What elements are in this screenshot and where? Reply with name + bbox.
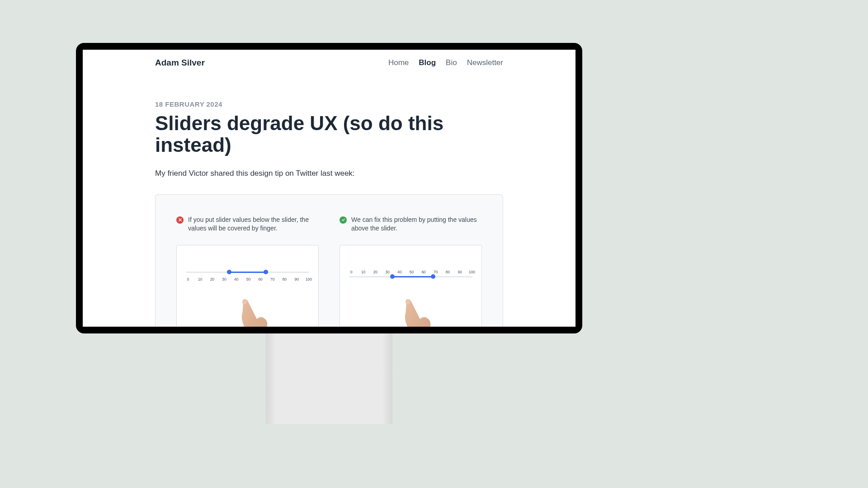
slider-active-range [229, 272, 266, 273]
nav-bio[interactable]: Bio [446, 58, 457, 67]
tick-label: 100 [469, 270, 475, 274]
article-date: 18 FEBRUARY 2024 [155, 100, 503, 108]
example-good-text: We can fix this problem by putting the v… [351, 216, 482, 233]
slider-thumb-start [227, 270, 231, 274]
tick-label: 0 [348, 270, 354, 274]
tick-label: 40 [233, 277, 240, 282]
tick-label: 70 [433, 270, 439, 274]
tick-label: 60 [257, 277, 264, 282]
tick-label: 80 [445, 270, 451, 274]
slider-rail [186, 272, 309, 273]
example-bad-column: If you put slider values below the slide… [176, 216, 319, 327]
tick-label: 50 [245, 277, 251, 282]
tick-label: 90 [293, 277, 300, 282]
tick-label: 90 [457, 270, 463, 274]
slider-active-range [392, 276, 433, 277]
tick-label: 0 [185, 277, 191, 282]
example-card: If you put slider values below the slide… [155, 194, 503, 327]
tick-label: 100 [306, 277, 312, 282]
slider-track: 0 10 20 30 40 50 60 70 80 90 100 [186, 272, 309, 273]
slider-example-good: 0 10 20 30 40 50 60 70 80 90 100 [340, 245, 482, 327]
svg-point-1 [406, 300, 410, 304]
article-intro: My friend Victor shared this design tip … [155, 169, 503, 178]
nav-newsletter[interactable]: Newsletter [467, 58, 503, 67]
site-header: Adam Silver Home Blog Bio Newsletter [155, 58, 503, 68]
finger-icon [236, 299, 270, 327]
article-title: Sliders degrade UX (so do this instead) [155, 113, 444, 156]
tick-label: 50 [408, 270, 415, 274]
example-good-header: We can fix this problem by putting the v… [340, 216, 482, 233]
nav-home[interactable]: Home [388, 58, 409, 67]
tick-label: 30 [221, 277, 227, 282]
example-bad-header: If you put slider values below the slide… [176, 216, 319, 233]
tick-label: 30 [384, 270, 391, 274]
tick-label: 20 [372, 270, 378, 274]
nav-blog[interactable]: Blog [419, 58, 436, 67]
tick-label: 70 [269, 277, 276, 282]
tick-label: 40 [396, 270, 403, 274]
slider-thumb-end [431, 274, 435, 279]
finger-icon [400, 299, 434, 327]
slider-tick-labels: 0 10 20 30 40 50 60 70 80 90 100 [349, 270, 472, 274]
slider-rail [349, 276, 472, 277]
monitor-screen: Adam Silver Home Blog Bio Newsletter 18 … [83, 50, 576, 327]
tick-label: 10 [360, 270, 367, 274]
slider-track: 0 10 20 30 40 50 60 70 80 90 100 [349, 276, 472, 277]
svg-point-0 [242, 300, 247, 304]
slider-thumb-start [390, 274, 395, 279]
example-good-column: We can fix this problem by putting the v… [340, 216, 482, 327]
tick-label: 10 [197, 277, 203, 282]
tick-label: 80 [282, 277, 288, 282]
cross-icon [176, 216, 184, 224]
page-content: Adam Silver Home Blog Bio Newsletter 18 … [83, 50, 576, 327]
monitor-stand [266, 333, 392, 424]
main-nav: Home Blog Bio Newsletter [388, 58, 503, 67]
slider-tick-labels: 0 10 20 30 40 50 60 70 80 90 100 [186, 277, 309, 282]
slider-thumb-end [264, 270, 268, 274]
tick-label: 60 [420, 270, 427, 274]
slider-example-bad: 0 10 20 30 40 50 60 70 80 90 100 [176, 245, 319, 327]
site-title[interactable]: Adam Silver [155, 58, 205, 68]
tick-label: 20 [209, 277, 215, 282]
check-icon [340, 216, 347, 224]
monitor-frame: Adam Silver Home Blog Bio Newsletter 18 … [76, 43, 582, 333]
example-bad-text: If you put slider values below the slide… [188, 216, 319, 233]
